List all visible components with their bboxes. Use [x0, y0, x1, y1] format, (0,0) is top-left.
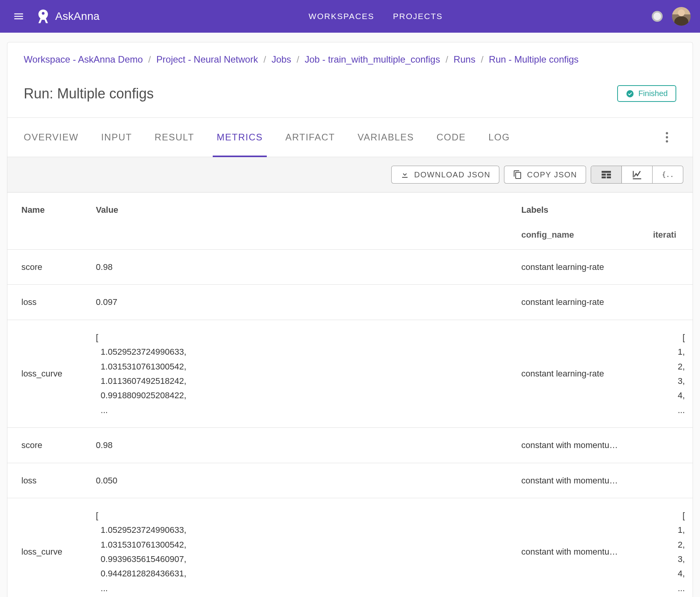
svg-point-2: [666, 140, 668, 143]
table-icon: [600, 170, 612, 179]
svg-point-0: [666, 132, 668, 135]
chart-icon: [631, 170, 643, 179]
view-json-button[interactable]: {..}: [653, 166, 683, 183]
svg-text:{..}: {..}: [662, 171, 674, 179]
breadcrumb-workspace[interactable]: Workspace - AskAnna Demo: [24, 54, 143, 65]
view-toggle: {..}: [591, 166, 683, 184]
cell-value: [ 1.0529523724990633, 1.0315310761300542…: [89, 498, 514, 597]
dots-vertical-icon: [665, 132, 668, 143]
download-icon: [400, 170, 410, 179]
th-iteration: [646, 193, 693, 222]
download-json-label: DOWNLOAD JSON: [414, 170, 490, 179]
status-text: Finished: [638, 89, 668, 98]
cell-iteration: [646, 463, 693, 498]
subhead-config-name: config_name: [514, 222, 646, 250]
cell-config-name: constant with momentu…: [514, 498, 646, 597]
breadcrumb-run[interactable]: Run - Multiple configs: [489, 54, 579, 65]
logo-icon: [35, 8, 51, 25]
tab-artifact[interactable]: ARTIFACT: [285, 118, 335, 157]
cell-iteration: [ 1, 2, 3, 4, ...: [646, 498, 693, 597]
metrics-toolbar: DOWNLOAD JSON COPY JSON {..}: [7, 157, 693, 193]
loading-indicator: [652, 11, 663, 22]
cell-value: 0.98: [89, 250, 514, 285]
tab-result[interactable]: RESULT: [154, 118, 194, 157]
avatar[interactable]: [672, 7, 691, 26]
th-name[interactable]: Name: [7, 193, 89, 222]
metrics-table: Name Value Labels config_name iterati sc…: [7, 193, 693, 597]
cell-config-name: constant learning-rate: [514, 250, 646, 285]
tabs-overflow-button[interactable]: [658, 128, 676, 147]
cell-config-name: constant with momentu…: [514, 463, 646, 498]
cell-name: score: [7, 250, 89, 285]
table-row: score0.98constant learning-rate: [7, 250, 693, 285]
header-nav: WORKSPACES PROJECTS: [100, 12, 652, 21]
svg-point-1: [666, 136, 668, 138]
main-card: Workspace - AskAnna Demo/ Project - Neur…: [7, 42, 693, 597]
download-json-button[interactable]: DOWNLOAD JSON: [391, 166, 499, 184]
view-table-button[interactable]: [591, 166, 622, 183]
cell-value: 0.097: [89, 285, 514, 320]
cell-name: loss: [7, 463, 89, 498]
app-header: AskAnna WORKSPACES PROJECTS: [0, 0, 700, 33]
menu-button[interactable]: [9, 7, 28, 26]
cell-config-name: constant with momentu…: [514, 428, 646, 463]
nav-workspaces[interactable]: WORKSPACES: [309, 12, 374, 21]
menu-icon: [13, 11, 24, 22]
cell-name: loss_curve: [7, 498, 89, 597]
th-value[interactable]: Value: [89, 193, 514, 222]
tab-code[interactable]: CODE: [437, 118, 466, 157]
copy-json-label: COPY JSON: [527, 170, 577, 179]
breadcrumb: Workspace - AskAnna Demo/ Project - Neur…: [7, 42, 693, 74]
cell-name: loss: [7, 285, 89, 320]
cell-value: 0.050: [89, 463, 514, 498]
tab-variables[interactable]: VARIABLES: [357, 118, 414, 157]
subhead-iteration: iterati: [646, 222, 693, 250]
view-chart-button[interactable]: [622, 166, 653, 183]
cell-value: 0.98: [89, 428, 514, 463]
table-row: score0.98constant with momentu…: [7, 428, 693, 463]
cell-name: score: [7, 428, 89, 463]
json-icon: {..}: [662, 170, 674, 179]
logo[interactable]: AskAnna: [35, 8, 100, 25]
table-row: loss_curve[ 1.0529523724990633, 1.031531…: [7, 498, 693, 597]
tab-metrics[interactable]: METRICS: [217, 118, 263, 157]
table-row: loss0.097constant learning-rate: [7, 285, 693, 320]
th-labels[interactable]: Labels: [514, 193, 646, 222]
status-badge: Finished: [617, 85, 676, 102]
copy-json-button[interactable]: COPY JSON: [504, 166, 586, 184]
tab-overview[interactable]: OVERVIEW: [24, 118, 79, 157]
page-title: Run: Multiple configs: [24, 86, 154, 102]
breadcrumb-job[interactable]: Job - train_with_multiple_configs: [305, 54, 440, 65]
breadcrumb-jobs[interactable]: Jobs: [271, 54, 291, 65]
cell-config-name: constant learning-rate: [514, 320, 646, 427]
cell-iteration: [646, 285, 693, 320]
breadcrumb-project[interactable]: Project - Neural Network: [156, 54, 258, 65]
check-circle-icon: [626, 89, 634, 98]
tab-input[interactable]: INPUT: [101, 118, 132, 157]
cell-name: loss_curve: [7, 320, 89, 427]
brand-name: AskAnna: [55, 10, 100, 23]
cell-iteration: [646, 428, 693, 463]
cell-config-name: constant learning-rate: [514, 285, 646, 320]
cell-iteration: [ 1, 2, 3, 4, ...: [646, 320, 693, 427]
tab-log[interactable]: LOG: [488, 118, 510, 157]
breadcrumb-runs[interactable]: Runs: [453, 54, 475, 65]
cell-iteration: [646, 250, 693, 285]
table-row: loss0.050constant with momentu…: [7, 463, 693, 498]
table-row: loss_curve[ 1.0529523724990633, 1.031531…: [7, 320, 693, 427]
cell-value: [ 1.0529523724990633, 1.0315310761300542…: [89, 320, 514, 427]
copy-icon: [513, 170, 522, 179]
tabs: OVERVIEW INPUT RESULT METRICS ARTIFACT V…: [24, 118, 658, 157]
nav-projects[interactable]: PROJECTS: [393, 12, 443, 21]
